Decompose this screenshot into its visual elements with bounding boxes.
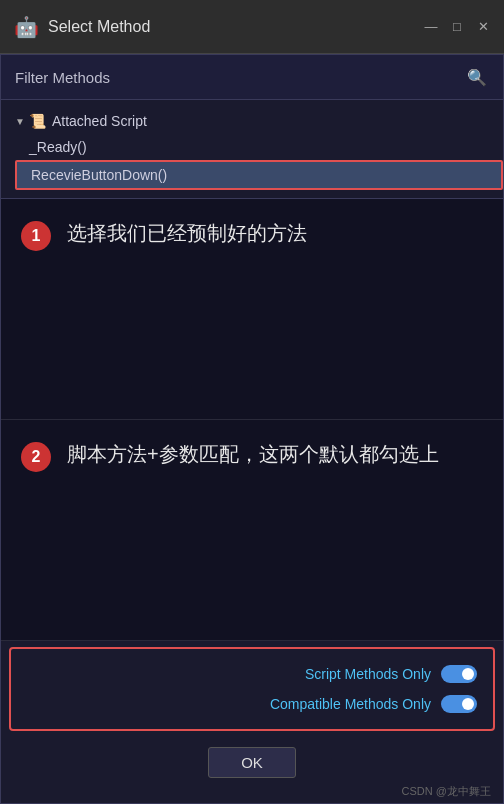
- annotation-text-2: 脚本方法+参数匹配，这两个默认都勾选上: [67, 440, 439, 468]
- minimize-button[interactable]: —: [422, 18, 440, 36]
- filter-label: Filter Methods: [15, 69, 465, 86]
- ok-row: OK: [1, 737, 503, 784]
- toggle-switch-compatible-methods[interactable]: [441, 695, 477, 713]
- tree-item-ready[interactable]: _Ready(): [15, 134, 503, 160]
- toggle-section: Script Methods Only Compatible Methods O…: [9, 647, 495, 731]
- search-icon[interactable]: 🔍: [465, 65, 489, 89]
- close-button[interactable]: ✕: [474, 18, 492, 36]
- toggle-switch-script-methods[interactable]: [441, 665, 477, 683]
- toggle-row-compatible-methods: Compatible Methods Only: [27, 689, 477, 719]
- toggle-label-script-methods: Script Methods Only: [305, 666, 431, 682]
- annotation-block-2: 2 脚本方法+参数匹配，这两个默认都勾选上: [1, 420, 503, 641]
- tree-item-ready-label: _Ready(): [29, 139, 87, 155]
- annotation-block-1: 1 选择我们已经预制好的方法: [1, 199, 503, 420]
- filter-row: Filter Methods 🔍: [1, 55, 503, 100]
- tree-item-recevie[interactable]: RecevieButtonDown(): [15, 160, 503, 190]
- tree-root-label: Attached Script: [52, 113, 147, 129]
- tree-root-item[interactable]: ▼ 📜 Attached Script: [1, 108, 503, 134]
- main-container: Filter Methods 🔍 ▼ 📜 Attached Script _Re…: [0, 54, 504, 804]
- watermark: CSDN @龙中舞王: [1, 784, 503, 803]
- step-badge-2: 2: [21, 442, 51, 472]
- chevron-icon: ▼: [15, 116, 25, 127]
- step-badge-1: 1: [21, 221, 51, 251]
- annotation-area: 1 选择我们已经预制好的方法 2 脚本方法+参数匹配，这两个默认都勾选上: [1, 199, 503, 641]
- annotation-text-1: 选择我们已经预制好的方法: [67, 219, 307, 247]
- tree-list: ▼ 📜 Attached Script _Ready() RecevieButt…: [1, 100, 503, 199]
- toggle-row-script-methods: Script Methods Only: [27, 659, 477, 689]
- window-controls: — □ ✕: [422, 18, 492, 36]
- app-icon: 🤖: [12, 13, 40, 41]
- title-bar: 🤖 Select Method — □ ✕: [0, 0, 504, 54]
- script-icon: 📜: [29, 113, 46, 129]
- window-title: Select Method: [48, 18, 422, 36]
- toggle-label-compatible-methods: Compatible Methods Only: [270, 696, 431, 712]
- ok-button[interactable]: OK: [208, 747, 296, 778]
- maximize-button[interactable]: □: [448, 18, 466, 36]
- tree-item-recevie-label: RecevieButtonDown(): [31, 167, 167, 183]
